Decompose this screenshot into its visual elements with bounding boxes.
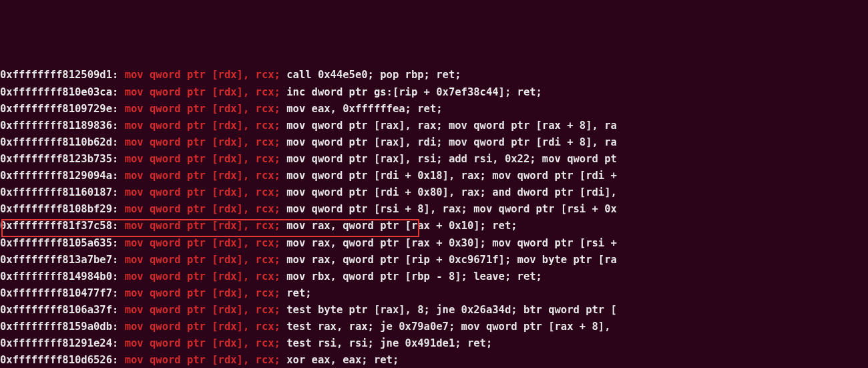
gadget-line[interactable]: 0xffffffff8159a0db: mov qword ptr [rdx],… <box>0 319 868 335</box>
trailing-instructions: mov qword ptr [rdi + 0x18], rax; mov qwo… <box>280 170 617 182</box>
trailing-instructions: mov rax, qword ptr [rax + 0x10]; ret; <box>280 220 517 232</box>
address: 0xffffffff812509d1: <box>0 69 125 81</box>
trailing-instructions: test rax, rax; je 0x79a0e7; mov qword pt… <box>280 321 617 333</box>
gadget-line[interactable]: 0xffffffff810d6526: mov qword ptr [rdx],… <box>0 352 868 368</box>
gadget-line[interactable]: 0xffffffff814984b0: mov qword ptr [rdx],… <box>0 268 868 285</box>
matched-instruction: mov qword ptr [rdx], rcx; <box>125 321 280 333</box>
address: 0xffffffff810d6526: <box>0 354 125 366</box>
matched-instruction: mov qword ptr [rdx], rcx; <box>125 170 280 182</box>
matched-instruction: mov qword ptr [rdx], rcx; <box>125 254 280 266</box>
matched-instruction: mov qword ptr [rdx], rcx; <box>125 136 280 148</box>
matched-instruction: mov qword ptr [rdx], rcx; <box>125 86 280 98</box>
gadget-line[interactable]: 0xffffffff8123b735: mov qword ptr [rdx],… <box>0 151 868 168</box>
address: 0xffffffff81f37c58: <box>0 220 125 232</box>
trailing-instructions: test byte ptr [rax], 8; jne 0x26a34d; bt… <box>280 304 617 316</box>
matched-instruction: mov qword ptr [rdx], rcx; <box>125 103 280 115</box>
address: 0xffffffff81189836: <box>0 120 125 132</box>
gadget-line[interactable]: 0xffffffff810477f7: mov qword ptr [rdx],… <box>0 285 868 302</box>
gadget-line[interactable]: 0xffffffff813a7be7: mov qword ptr [rdx],… <box>0 252 868 268</box>
matched-instruction: mov qword ptr [rdx], rcx; <box>125 120 280 132</box>
matched-instruction: mov qword ptr [rdx], rcx; <box>125 287 280 299</box>
gadget-line[interactable]: 0xffffffff8105a635: mov qword ptr [rdx],… <box>0 235 868 252</box>
address: 0xffffffff8129094a: <box>0 170 125 182</box>
gadget-line[interactable]: 0xffffffff8110b62d: mov qword ptr [rdx],… <box>0 134 868 151</box>
address: 0xffffffff81291e24: <box>0 337 125 349</box>
trailing-instructions: ret; <box>280 287 312 299</box>
gadget-line[interactable]: 0xffffffff812509d1: mov qword ptr [rdx],… <box>0 67 868 83</box>
address: 0xffffffff813a7be7: <box>0 254 125 266</box>
matched-instruction: mov qword ptr [rdx], rcx; <box>125 220 280 232</box>
matched-instruction: mov qword ptr [rdx], rcx; <box>125 153 280 165</box>
gadget-line[interactable]: 0xffffffff81291e24: mov qword ptr [rdx],… <box>0 335 868 352</box>
trailing-instructions: inc dword ptr gs:[rip + 0x7ef38c44]; ret… <box>280 86 542 98</box>
trailing-instructions: mov eax, 0xffffffea; ret; <box>280 103 443 115</box>
gadget-line[interactable]: 0xffffffff81160187: mov qword ptr [rdx],… <box>0 184 868 201</box>
trailing-instructions: test rsi, rsi; jne 0x491de1; ret; <box>280 337 492 349</box>
matched-instruction: mov qword ptr [rdx], rcx; <box>125 203 280 215</box>
address: 0xffffffff8123b735: <box>0 153 125 165</box>
address: 0xffffffff810477f7: <box>0 287 125 299</box>
address: 0xffffffff8110b62d: <box>0 136 125 148</box>
trailing-instructions: mov qword ptr [rax], rax; mov qword ptr … <box>280 120 617 132</box>
gadget-line[interactable]: 0xffffffff8109729e: mov qword ptr [rdx],… <box>0 101 868 118</box>
address: 0xffffffff8109729e: <box>0 103 125 115</box>
trailing-instructions: mov qword ptr [rdi + 0x80], rax; and dwo… <box>280 186 617 198</box>
matched-instruction: mov qword ptr [rdx], rcx; <box>125 237 280 249</box>
address: 0xffffffff81160187: <box>0 186 125 198</box>
trailing-instructions: xor eax, eax; ret; <box>280 354 399 366</box>
gadget-line[interactable]: 0xffffffff810e03ca: mov qword ptr [rdx],… <box>0 84 868 101</box>
gadget-line[interactable]: 0xffffffff8129094a: mov qword ptr [rdx],… <box>0 168 868 184</box>
matched-instruction: mov qword ptr [rdx], rcx; <box>125 337 280 349</box>
address: 0xffffffff8159a0db: <box>0 321 125 333</box>
address: 0xffffffff814984b0: <box>0 270 125 283</box>
address: 0xffffffff8106a37f: <box>0 304 125 316</box>
trailing-instructions: mov qword ptr [rax], rdi; mov qword ptr … <box>280 136 617 148</box>
address: 0xffffffff8105a635: <box>0 237 125 249</box>
gadget-line[interactable]: 0xffffffff8106a37f: mov qword ptr [rdx],… <box>0 302 868 319</box>
gadget-line[interactable]: 0xffffffff8108bf29: mov qword ptr [rdx],… <box>0 201 868 218</box>
address: 0xffffffff8108bf29: <box>0 203 125 215</box>
trailing-instructions: mov rbx, qword ptr [rbp - 8]; leave; ret… <box>280 270 542 283</box>
matched-instruction: mov qword ptr [rdx], rcx; <box>125 186 280 198</box>
trailing-instructions: call 0x44e5e0; pop rbp; ret; <box>280 69 461 81</box>
gadget-line[interactable]: 0xffffffff81f37c58: mov qword ptr [rdx],… <box>0 218 868 234</box>
address: 0xffffffff810e03ca: <box>0 86 125 98</box>
terminal-output[interactable]: 0xffffffff812509d1: mov qword ptr [rdx],… <box>0 67 868 368</box>
matched-instruction: mov qword ptr [rdx], rcx; <box>125 270 280 283</box>
matched-instruction: mov qword ptr [rdx], rcx; <box>125 304 280 316</box>
matched-instruction: mov qword ptr [rdx], rcx; <box>125 69 280 81</box>
trailing-instructions: mov qword ptr [rax], rsi; add rsi, 0x22;… <box>280 153 617 165</box>
trailing-instructions: mov rax, qword ptr [rax + 0x30]; mov qwo… <box>280 237 617 249</box>
trailing-instructions: mov qword ptr [rsi + 8], rax; mov qword … <box>280 203 617 215</box>
trailing-instructions: mov rax, qword ptr [rip + 0xc9671f]; mov… <box>280 254 617 266</box>
gadget-line[interactable]: 0xffffffff81189836: mov qword ptr [rdx],… <box>0 118 868 134</box>
matched-instruction: mov qword ptr [rdx], rcx; <box>125 354 280 366</box>
